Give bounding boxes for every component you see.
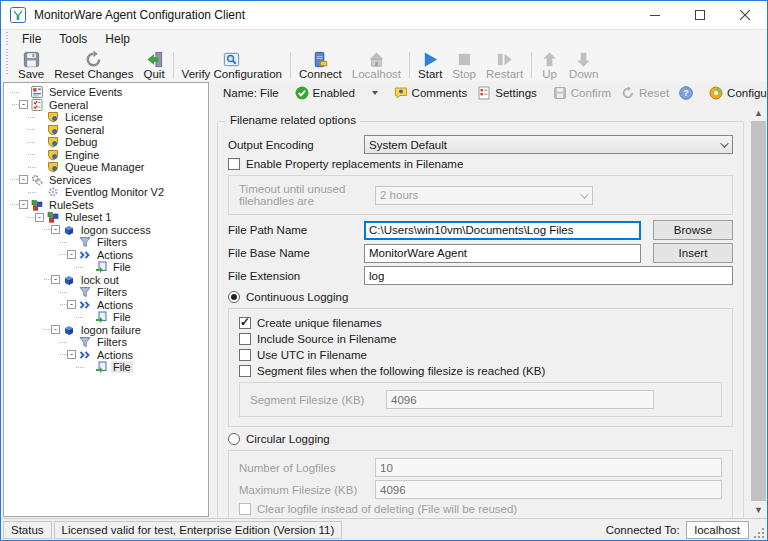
down-button[interactable]: Down [564,49,603,81]
resize-grip-icon[interactable] [753,527,765,539]
close-button[interactable] [722,1,767,29]
tree-item-rulesets[interactable]: -RuleSets [4,199,208,212]
scroll-thumb[interactable] [751,121,766,501]
tree-item-logon-success[interactable]: -logon success [4,224,208,237]
connect-button[interactable]: Connect [294,49,347,81]
tree-item-file-selected[interactable]: -File [4,361,208,374]
tree-item-filters[interactable]: -Filters [4,286,208,299]
menu-tools[interactable]: Tools [50,31,96,47]
collapse-icon[interactable]: - [19,200,28,209]
create-unique-filenames-checkbox[interactable] [239,317,251,329]
tree-item-service-events[interactable]: -Service Events [4,86,208,99]
tree-item-ruleset-1[interactable]: -Ruleset 1 [4,211,208,224]
collapse-icon[interactable]: - [19,175,28,184]
window-title: MonitorWare Agent Configuration Client [34,8,245,22]
tree-item-queue-manager[interactable]: -Queue Manager [4,161,208,174]
up-button[interactable]: Up [535,49,564,81]
file-extension-input[interactable] [364,266,733,285]
cubes-icon [31,199,43,211]
title-bar: MonitorWare Agent Configuration Client [1,1,767,29]
connect-icon [311,50,330,69]
enabled-dropdown[interactable]: Enabled [290,84,383,102]
tree-item-actions[interactable]: -Actions [4,299,208,312]
collapse-icon[interactable]: - [35,213,44,222]
insert-button[interactable]: Insert [653,243,733,263]
verify-configuration-button[interactable]: Verify Configuration [177,49,287,81]
start-button[interactable]: Start [413,49,447,81]
scroll-up-arrow[interactable]: ▲ [750,104,767,121]
save-icon [22,50,41,69]
tree-item-services[interactable]: -Services [4,174,208,187]
tree-item-actions[interactable]: -Actions [4,349,208,362]
save-button[interactable]: Save [13,49,49,81]
collapse-icon[interactable]: - [51,275,60,284]
minimize-button[interactable] [632,1,677,29]
continuous-logging-radio[interactable] [228,291,240,303]
enable-property-replacements-row[interactable]: Enable Property replacements in Filename [228,158,733,170]
tree-item-filters[interactable]: -Filters [4,236,208,249]
collapse-icon[interactable]: - [51,325,60,334]
tree-item-license[interactable]: -License [4,111,208,124]
circular-logging-row[interactable]: Circular Logging [228,433,733,445]
collapse-icon[interactable]: - [67,250,76,259]
down-icon [574,50,593,69]
collapse-icon[interactable]: - [67,300,76,309]
tree-item-general[interactable]: -General [4,124,208,137]
menu-help[interactable]: Help [96,31,139,47]
configure-for-dropdown[interactable]: Configure for... [704,84,768,102]
tree-item-general-root[interactable]: -General [4,99,208,112]
shield-icon [47,124,59,136]
tree-item-file[interactable]: -File [4,261,208,274]
tree-item-eventlog-monitor-v2[interactable]: -Eventlog Monitor V2 [4,186,208,199]
enable-property-checkbox[interactable] [228,158,240,170]
use-utc-row[interactable]: Use UTC in Filename [239,349,722,361]
file-base-input[interactable] [364,244,641,263]
stop-button[interactable]: Stop [447,49,481,81]
create-unique-filenames-row[interactable]: Create unique filenames [239,317,722,329]
tree-item-engine[interactable]: -Engine [4,149,208,162]
segment-size-input [386,390,654,409]
comments-button[interactable]: Comments [389,84,473,102]
scroll-down-arrow[interactable]: ▼ [750,501,767,518]
include-source-row[interactable]: Include Source in Filename [239,333,722,345]
settings-button[interactable]: Settings [472,84,542,102]
number-of-logfiles-input [375,458,722,477]
collapse-icon[interactable]: - [51,225,60,234]
settings-icon [477,86,491,100]
output-encoding-select[interactable]: System Default [364,135,733,154]
stop-icon [455,50,474,69]
tree-item-actions[interactable]: -Actions [4,249,208,262]
clear-logfile-checkbox [239,503,251,515]
localhost-button[interactable]: Localhost [347,49,406,81]
help-button[interactable]: ? [674,84,698,102]
tree-item-lock-out[interactable]: -lock out [4,274,208,287]
vertical-scrollbar[interactable]: ▲ ▼ [750,104,767,518]
confirm-button[interactable]: Confirm [548,84,616,102]
scroll-track[interactable] [750,121,767,501]
circular-logging-radio[interactable] [228,433,240,445]
reset-changes-button[interactable]: Reset Changes [49,49,138,81]
include-source-checkbox[interactable] [239,333,251,345]
toolbar-separator [290,52,291,78]
cubes-icon [47,211,59,223]
tree-item-file[interactable]: -File [4,311,208,324]
connected-to-label: Connected To: [606,524,680,536]
segment-files-row[interactable]: Segment files when the following filesiz… [239,365,722,377]
quit-button[interactable]: Quit [139,49,170,81]
maximize-button[interactable] [677,1,722,29]
continuous-logging-row[interactable]: Continuous Logging [228,291,733,303]
tree-item-filters[interactable]: -Filters [4,336,208,349]
tree-item-debug[interactable]: -Debug [4,136,208,149]
tree-item-logon-failure[interactable]: -logon failure [4,324,208,337]
restart-button[interactable]: Restart [481,49,528,81]
cube-icon [63,324,75,336]
collapse-icon[interactable]: - [19,100,28,109]
browse-button[interactable]: Browse [653,220,733,240]
file-path-input[interactable] [364,221,641,240]
collapse-icon[interactable]: - [67,350,76,359]
use-utc-checkbox[interactable] [239,349,251,361]
maximum-filesize-label: Maximum Filesize (KB) [239,484,375,496]
menu-file[interactable]: File [13,31,50,47]
segment-files-checkbox[interactable] [239,365,251,377]
reset-button[interactable]: Reset [616,84,674,102]
